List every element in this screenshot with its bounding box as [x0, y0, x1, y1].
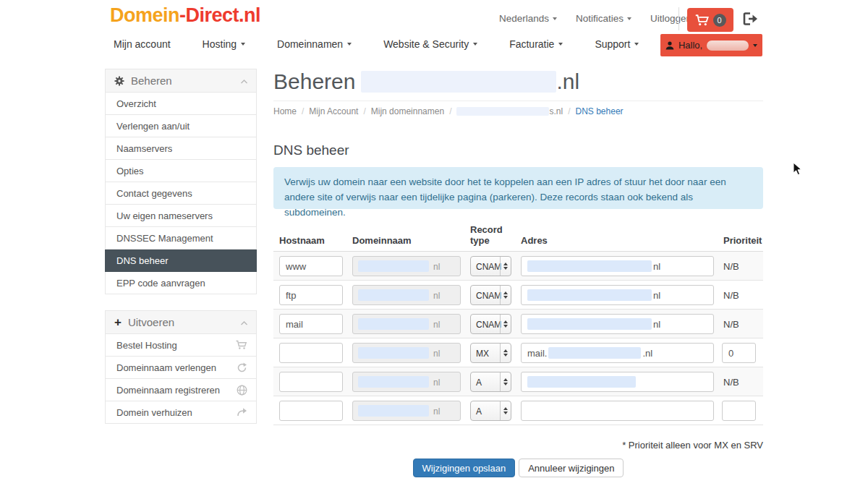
sidebar-item-epp-code[interactable]: EPP code aanvragen	[105, 272, 257, 294]
user-menu-button[interactable]: Hallo,	[660, 34, 762, 56]
record-type-select[interactable]: CNAM	[470, 256, 511, 276]
nav-label: Domeinnamen	[277, 38, 343, 50]
sidebar-item-verlengen[interactable]: Verlengen aan/uit	[105, 115, 257, 137]
gear-icon	[114, 76, 124, 86]
prioriteit-value: N/B	[723, 377, 739, 388]
mouse-cursor	[793, 162, 802, 176]
sidebar-item-domeinnaam-registreren[interactable]: Domeinnaam registreren	[105, 379, 257, 401]
hostnaam-input[interactable]	[279, 256, 343, 276]
record-type-select[interactable]: CNAM	[470, 314, 511, 334]
prioriteit-value: N/B	[723, 290, 739, 301]
adres-input[interactable]: nl	[521, 314, 714, 334]
sidebar-section-uitvoeren-header[interactable]: + Uitvoeren	[105, 310, 257, 334]
cart-icon	[236, 340, 247, 350]
cancel-button[interactable]: Annuleer wijzigingen	[519, 459, 624, 477]
logout-link[interactable]: Uitloggen	[650, 13, 692, 24]
save-button[interactable]: Wijzigingen opslaan	[413, 459, 516, 477]
prioriteit-input[interactable]	[722, 343, 756, 363]
item-label: Bestel Hosting	[116, 340, 177, 351]
adres-input[interactable]: nl	[521, 285, 714, 305]
record-type-select[interactable]: CNAM	[470, 285, 511, 305]
nav-domeinnamen[interactable]: Domeinnamen	[277, 38, 352, 50]
nav-facturatie[interactable]: Facturatie	[509, 38, 563, 50]
hostnaam-input[interactable]	[279, 314, 343, 334]
hostnaam-input[interactable]	[279, 372, 343, 392]
section-title: Uitvoeren	[128, 316, 174, 328]
adres-input[interactable]	[521, 372, 714, 392]
sidebar-item-domeinnaam-verlengen[interactable]: Domeinnaam verlengen	[105, 357, 257, 379]
nav-support[interactable]: Support	[595, 38, 639, 50]
col-header-hostnaam: Hostnaam	[279, 235, 325, 247]
sign-out-icon[interactable]	[742, 12, 759, 29]
hostnaam-input[interactable]	[279, 401, 343, 421]
nav-label: Website & Security	[383, 38, 469, 50]
sidebar-section-beheren-header[interactable]: Beheren	[105, 69, 257, 93]
hostnaam-input[interactable]	[279, 285, 343, 305]
sidebar-item-dns-beheer[interactable]: DNS beheer	[105, 250, 257, 272]
notifications-label: Notificaties	[576, 13, 624, 24]
redacted-text	[527, 376, 636, 388]
record-type-value: CNAM	[476, 291, 501, 301]
prioriteit-value: N/B	[723, 261, 739, 272]
record-type-select[interactable]: A	[470, 401, 511, 421]
chevron-down-icon	[553, 17, 557, 20]
sidebar-item-eigen-nameservers[interactable]: Uw eigen nameservers	[105, 205, 257, 227]
sidebar-item-domein-verhuizen[interactable]: Domein verhuizen	[105, 401, 257, 424]
adres-input[interactable]: nl	[521, 256, 714, 276]
nav-website-security[interactable]: Website & Security	[383, 38, 477, 50]
redacted-text	[358, 260, 429, 272]
header-divider	[678, 7, 679, 30]
sidebar-item-contact-gegevens[interactable]: Contact gegevens	[105, 182, 257, 205]
sidebar-item-naamservers[interactable]: Naamservers	[105, 137, 257, 160]
redacted-domain-name	[456, 107, 549, 116]
item-label: Naamservers	[116, 143, 172, 154]
col-header-adres: Adres	[521, 235, 548, 247]
breadcrumb-separator: /	[363, 106, 365, 116]
adres-suffix: nl	[653, 261, 660, 272]
section-heading: DNS beheer	[273, 142, 763, 158]
sidebar-item-opties[interactable]: Opties	[105, 160, 257, 182]
record-type-select[interactable]: MX	[470, 343, 511, 363]
nav-mijn-account[interactable]: Mijn account	[114, 38, 171, 50]
adres-input[interactable]	[521, 401, 714, 421]
breadcrumb-domain[interactable]: s.nl	[456, 106, 563, 116]
hostnaam-input[interactable]	[279, 343, 343, 363]
sidebar-item-overzicht[interactable]: Overzicht	[105, 93, 257, 115]
globe-icon	[237, 385, 247, 396]
adres-input[interactable]: mail. .nl	[521, 343, 714, 363]
sidebar-item-bestel-hosting[interactable]: Bestel Hosting	[105, 334, 257, 357]
domain-suffix: nl	[433, 291, 440, 301]
record-type-select[interactable]: A	[470, 372, 511, 392]
nav-hosting[interactable]: Hosting	[203, 38, 245, 50]
breadcrumb-separator: /	[302, 106, 304, 116]
table-header-row: Hostnaam Domeinnaam Record type Adres Pr…	[273, 219, 763, 252]
breadcrumb-mijn-account[interactable]: Mijn Account	[309, 106, 358, 116]
cart-button[interactable]: 0	[687, 8, 733, 32]
nav-label: Hosting	[203, 38, 237, 50]
chevron-up-icon	[241, 80, 247, 84]
record-type-value: A	[476, 378, 482, 388]
item-label: DNSSEC Management	[116, 233, 213, 244]
col-header-record-type: Record type	[470, 224, 505, 247]
language-dropdown[interactable]: Nederlands	[499, 13, 557, 24]
page-title-prefix: Beheren	[273, 69, 355, 94]
record-type-value: CNAM	[476, 320, 501, 330]
adres-prefix: mail.	[527, 348, 547, 359]
page: Domein-Direct.nl Nederlands Notificaties…	[0, 0, 868, 486]
breadcrumb-home[interactable]: Home	[273, 106, 297, 116]
sidebar-item-dnssec[interactable]: DNSSEC Management	[105, 227, 257, 250]
item-label: Uw eigen nameservers	[116, 210, 213, 221]
info-alert-text: Verwijs uw domein naar een website door …	[284, 176, 726, 218]
notifications-dropdown[interactable]: Notificaties	[576, 13, 631, 24]
select-stepper-icon	[500, 286, 511, 304]
chevron-down-icon	[634, 43, 639, 46]
item-label: EPP code aanvragen	[116, 278, 205, 289]
select-stepper-icon	[500, 257, 511, 276]
breadcrumb: Home / Mijn Account / Mijn domeinnamen /…	[273, 106, 763, 116]
domain-suffix: nl	[433, 349, 440, 359]
sidebar-beheren: Beheren Overzicht Verlengen aan/uit Naam…	[105, 69, 257, 294]
breadcrumb-mijn-domeinnamen[interactable]: Mijn domeinnamen	[371, 106, 444, 116]
site-logo[interactable]: Domein-Direct.nl	[110, 4, 260, 27]
main-content: Beheren .nl Home / Mijn Account / Mijn d…	[273, 69, 763, 477]
prioriteit-input[interactable]	[722, 401, 756, 421]
